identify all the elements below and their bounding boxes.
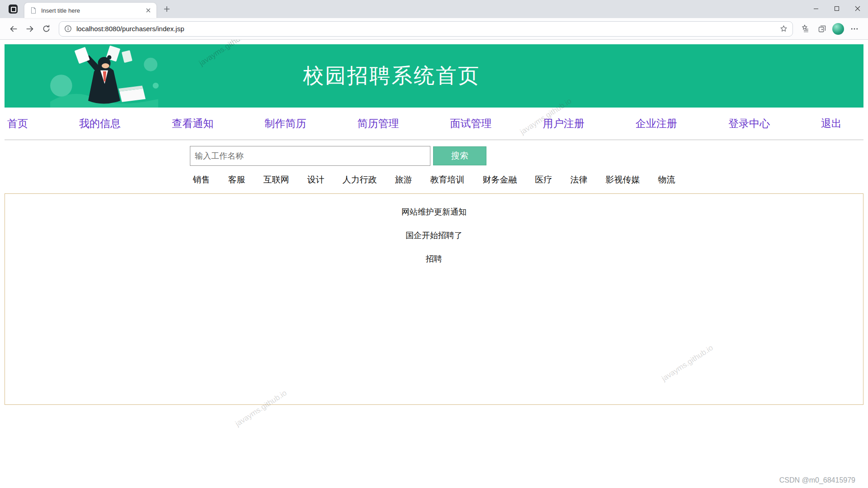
main-nav: 首页 我的信息 查看通知 制作简历 简历管理 面试管理 用户注册 企业注册 登录…: [5, 108, 863, 140]
browser-tab-bar: Insert title here: [0, 0, 868, 18]
forward-button[interactable]: [22, 21, 38, 37]
back-icon: [9, 24, 19, 34]
nav-home[interactable]: 首页: [7, 117, 28, 131]
category-hr-admin[interactable]: 人力行政: [343, 174, 377, 186]
browser-tab[interactable]: Insert title here: [24, 3, 156, 18]
forward-icon: [25, 24, 35, 34]
maximize-icon: [834, 6, 840, 11]
nav-view-notices[interactable]: 查看通知: [172, 117, 213, 131]
search-row: 搜索: [5, 143, 863, 169]
notice-link-2[interactable]: 国企开始招聘了: [5, 224, 863, 247]
minimize-button[interactable]: [806, 0, 826, 17]
browser-toolbar: localhost:8080/purchasers/index.jsp: [0, 18, 868, 40]
back-button[interactable]: [5, 21, 22, 37]
plus-icon: [164, 6, 170, 12]
window-controls: [806, 0, 868, 17]
profile-button[interactable]: [830, 21, 846, 37]
category-internet[interactable]: 互联网: [264, 174, 289, 186]
maximize-button[interactable]: [826, 0, 847, 17]
site-info-icon[interactable]: [64, 24, 72, 33]
close-window-button[interactable]: [847, 0, 868, 17]
nav-resume-management[interactable]: 简历管理: [357, 117, 399, 131]
page-icon: [30, 7, 37, 14]
page-title: 校园招聘系统首页: [303, 62, 480, 90]
notice-link-3[interactable]: 招聘: [5, 247, 863, 271]
refresh-button[interactable]: [38, 21, 54, 37]
csdn-credit: CSDN @m0_68415979: [779, 476, 855, 484]
nav-logout[interactable]: 退出: [821, 117, 842, 131]
favorites-button[interactable]: [797, 21, 814, 37]
page-viewport: 校园招聘系统首页 首页 我的信息 查看通知 制作简历 简历管理 面试管理 用户注…: [0, 40, 868, 488]
close-icon: [146, 8, 151, 13]
banner-illustration: [40, 44, 175, 108]
job-search-input[interactable]: [190, 146, 430, 166]
banner: 校园招聘系统首页: [5, 44, 863, 108]
notice-link-1[interactable]: 网站维护更新通知: [5, 200, 863, 224]
new-tab-button[interactable]: [160, 2, 174, 16]
profile-avatar: [832, 23, 844, 35]
browser-menu-button[interactable]: [846, 21, 863, 37]
category-sales[interactable]: 销售: [193, 174, 210, 186]
category-row: 销售 客服 互联网 设计 人力行政 旅游 教育培训 财务金融 医疗 法律 影视传…: [5, 171, 863, 189]
url-text: localhost:8080/purchasers/index.jsp: [76, 25, 779, 33]
refresh-icon: [42, 24, 51, 33]
minimize-icon: [813, 6, 819, 11]
nav-login-center[interactable]: 登录中心: [728, 117, 770, 131]
nav-company-register[interactable]: 企业注册: [636, 117, 677, 131]
tab-close-button[interactable]: [144, 6, 153, 15]
nav-interview-management[interactable]: 面试管理: [450, 117, 492, 131]
nav-my-info[interactable]: 我的信息: [79, 117, 121, 131]
address-bar[interactable]: localhost:8080/purchasers/index.jsp: [59, 21, 793, 37]
notice-box: 网站维护更新通知 国企开始招聘了 招聘: [5, 193, 863, 405]
collections-icon: [817, 24, 827, 33]
tab-actions-button[interactable]: [6, 2, 20, 16]
nav-user-register[interactable]: 用户注册: [543, 117, 585, 131]
category-media[interactable]: 影视传媒: [606, 174, 640, 186]
category-logistics[interactable]: 物流: [658, 174, 675, 186]
close-icon: [855, 6, 860, 11]
more-icon: [850, 24, 859, 33]
collections-button[interactable]: [814, 21, 830, 37]
tab-title: Insert title here: [41, 7, 144, 14]
favorites-icon: [801, 24, 811, 33]
add-favorite-icon[interactable]: [779, 24, 788, 33]
category-design[interactable]: 设计: [307, 174, 325, 186]
category-legal[interactable]: 法律: [571, 174, 588, 186]
category-education[interactable]: 教育培训: [430, 174, 465, 186]
workspaces-icon: [9, 5, 18, 14]
category-medical[interactable]: 医疗: [535, 174, 552, 186]
search-button[interactable]: 搜索: [433, 146, 486, 165]
category-finance[interactable]: 财务金融: [483, 174, 517, 186]
nav-create-resume[interactable]: 制作简历: [264, 117, 306, 131]
category-travel[interactable]: 旅游: [395, 174, 412, 186]
category-customer-service[interactable]: 客服: [228, 174, 245, 186]
